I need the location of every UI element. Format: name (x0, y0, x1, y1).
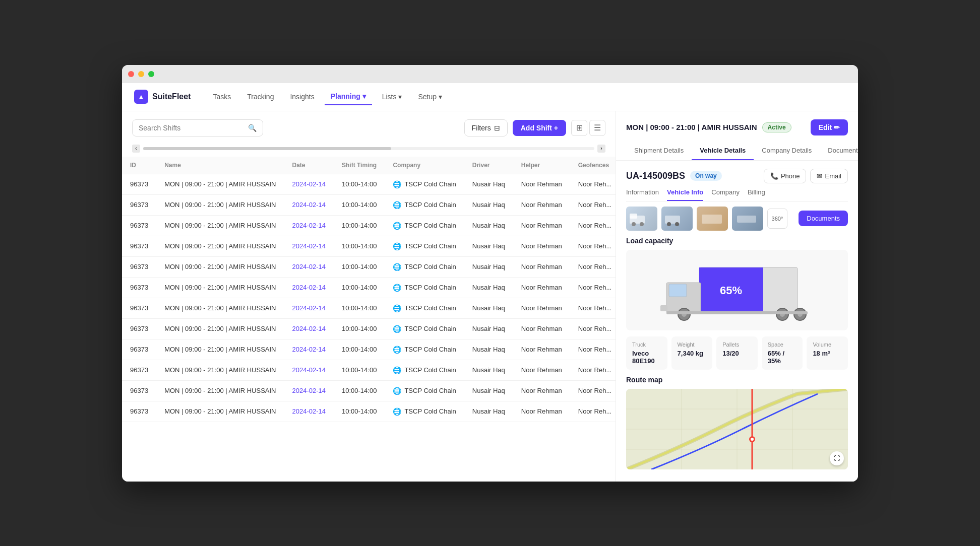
cell-date[interactable]: 2024-02-14 (284, 256, 334, 277)
truck-label: Truck (632, 342, 661, 348)
app-body: ▲ SuiteFleet Tasks Tracking Insights Pla… (122, 83, 858, 482)
cell-date[interactable]: 2024-02-14 (284, 174, 334, 194)
tab-shipment-details[interactable]: Shipment Details (626, 142, 692, 160)
add-shift-button[interactable]: Add Shift + (513, 120, 566, 136)
vehicle-thumb-4[interactable] (732, 207, 763, 231)
view-360-button[interactable]: 360° (767, 209, 787, 229)
cell-helper: Noor Rehman (513, 277, 570, 298)
nav-insights[interactable]: Insights (284, 89, 320, 105)
scroll-left-arrow[interactable]: ‹ (132, 145, 140, 153)
cell-date[interactable]: 2024-02-14 (284, 298, 334, 318)
pallets-label: Pallets (722, 342, 752, 348)
svg-point-2 (632, 222, 636, 226)
grid-view-button[interactable]: ⊞ (571, 120, 587, 136)
cell-date[interactable]: 2024-02-14 (284, 194, 334, 215)
cell-helper: Noor Rehman (513, 380, 570, 401)
table-row[interactable]: 96373 MON | 09:00 - 21:00 | AMIR HUSSAIN… (122, 174, 616, 194)
svg-rect-21 (660, 305, 667, 311)
cell-company: 🌐TSCP Cold Chain (385, 174, 464, 194)
space-value: 65% / 35% (768, 350, 797, 365)
table-row[interactable]: 96373 MON | 09:00 - 21:00 | AMIR HUSSAIN… (122, 194, 616, 215)
globe-icon: 🌐 (393, 366, 401, 374)
cell-id: 96373 (122, 380, 156, 401)
cell-timing: 10:00-14:00 (334, 277, 385, 298)
close-dot[interactable] (128, 71, 134, 77)
edit-button[interactable]: Edit ✏ (811, 119, 848, 135)
sub-tab-company[interactable]: Company (711, 188, 740, 201)
shifts-table-container: ID Name Date Shift Timing Company Driver… (122, 157, 616, 482)
left-panel: 🔍 Filters ⊟ Add Shift + ⊞ ☰ (122, 111, 616, 482)
cell-geofences: Noor Reh... (570, 360, 616, 380)
col-name: Name (156, 157, 284, 174)
documents-button[interactable]: Documents (799, 211, 848, 226)
cell-date[interactable]: 2024-02-14 (284, 215, 334, 236)
cell-company: 🌐TSCP Cold Chain (385, 318, 464, 339)
cell-date[interactable]: 2024-02-14 (284, 380, 334, 401)
nav-planning[interactable]: Planning ▾ (325, 88, 372, 105)
tab-documents[interactable]: Documents (820, 142, 858, 160)
svg-rect-20 (666, 311, 808, 314)
email-button[interactable]: ✉ Email (810, 169, 848, 183)
truck-svg: 65% (641, 255, 833, 325)
cell-date[interactable]: 2024-02-14 (284, 318, 334, 339)
nav-tracking[interactable]: Tracking (241, 89, 280, 105)
cell-date[interactable]: 2024-02-14 (284, 277, 334, 298)
cell-company: 🌐TSCP Cold Chain (385, 215, 464, 236)
sub-tab-information[interactable]: Information (626, 188, 659, 201)
load-capacity-label: Load capacity (626, 237, 848, 245)
table-row[interactable]: 96373 MON | 09:00 - 21:00 | AMIR HUSSAIN… (122, 318, 616, 339)
cell-date[interactable]: 2024-02-14 (284, 236, 334, 256)
table-row[interactable]: 96373 MON | 09:00 - 21:00 | AMIR HUSSAIN… (122, 277, 616, 298)
phone-icon: 📞 (770, 172, 778, 180)
cell-date[interactable]: 2024-02-14 (284, 339, 334, 360)
cell-geofences: Noor Reh... (570, 174, 616, 194)
title-bar (122, 65, 858, 83)
scroll-right-arrow[interactable]: › (597, 145, 605, 153)
sub-tab-billing[interactable]: Billing (748, 188, 765, 201)
vehicle-images-row: 360° Documents (626, 207, 848, 231)
vehicle-sub-tabs: Information Vehicle Info Company Billing (626, 188, 848, 201)
cell-date[interactable]: 2024-02-14 (284, 401, 334, 422)
toolbar: 🔍 Filters ⊟ Add Shift + ⊞ ☰ (122, 111, 616, 145)
toolbar-right: Filters ⊟ Add Shift + ⊞ ☰ (464, 119, 605, 136)
table-row[interactable]: 96373 MON | 09:00 - 21:00 | AMIR HUSSAIN… (122, 401, 616, 422)
cell-geofences: Noor Reh... (570, 401, 616, 422)
globe-icon: 🌐 (393, 242, 401, 250)
stat-pallets: Pallets 13/20 (716, 336, 758, 370)
filter-button[interactable]: Filters ⊟ (464, 119, 508, 136)
vehicle-thumb-3[interactable] (697, 207, 728, 231)
space-label: Space (768, 342, 797, 348)
table-row[interactable]: 96373 MON | 09:00 - 21:00 | AMIR HUSSAIN… (122, 236, 616, 256)
tab-company-details[interactable]: Company Details (754, 142, 820, 160)
nav-setup[interactable]: Setup ▾ (412, 89, 448, 105)
maximize-dot[interactable] (148, 71, 154, 77)
nav-tasks[interactable]: Tasks (207, 89, 237, 105)
vehicle-content: UA-145009BS On way 📞 Phone ✉ Email (616, 161, 858, 482)
list-view-button[interactable]: ☰ (589, 120, 605, 136)
svg-point-5 (667, 222, 671, 226)
table-row[interactable]: 96373 MON | 09:00 - 21:00 | AMIR HUSSAIN… (122, 339, 616, 360)
search-box[interactable]: 🔍 (132, 119, 263, 136)
cell-name: MON | 09:00 - 21:00 | AMIR HUSSAIN (156, 318, 284, 339)
table-row[interactable]: 96373 MON | 09:00 - 21:00 | AMIR HUSSAIN… (122, 256, 616, 277)
tab-vehicle-details[interactable]: Vehicle Details (692, 142, 754, 160)
truck-value: Iveco 80E190 (632, 350, 661, 365)
cell-helper: Noor Rehman (513, 194, 570, 215)
cell-date[interactable]: 2024-02-14 (284, 360, 334, 380)
phone-button[interactable]: 📞 Phone (764, 169, 807, 183)
table-row[interactable]: 96373 MON | 09:00 - 21:00 | AMIR HUSSAIN… (122, 360, 616, 380)
nav-lists[interactable]: Lists ▾ (376, 89, 408, 105)
table-row[interactable]: 96373 MON | 09:00 - 21:00 | AMIR HUSSAIN… (122, 298, 616, 318)
vehicle-thumb-1[interactable] (626, 207, 657, 231)
search-input[interactable] (139, 124, 244, 132)
shift-title: MON | 09:00 - 21:00 | AMIR HUSSAIN (626, 123, 757, 131)
cell-company: 🌐TSCP Cold Chain (385, 277, 464, 298)
vehicle-thumb-2[interactable] (661, 207, 693, 231)
sub-tab-vehicle-info[interactable]: Vehicle Info (667, 188, 703, 201)
table-row[interactable]: 96373 MON | 09:00 - 21:00 | AMIR HUSSAIN… (122, 215, 616, 236)
map-zoom-button[interactable]: ⛶ (830, 451, 844, 465)
cell-helper: Noor Rehman (513, 174, 570, 194)
route-map[interactable]: ⛶ (626, 389, 848, 469)
minimize-dot[interactable] (138, 71, 144, 77)
table-row[interactable]: 96373 MON | 09:00 - 21:00 | AMIR HUSSAIN… (122, 380, 616, 401)
